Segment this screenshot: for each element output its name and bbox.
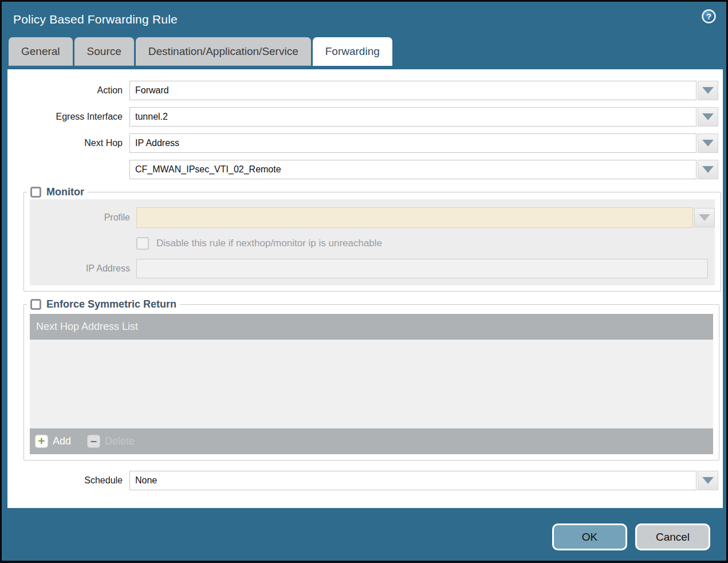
action-row: Action Forward [7, 81, 723, 100]
disable-rule-row: Disable this rule if nexthop/monitor ip … [136, 237, 715, 250]
tab-destination-application-service[interactable]: Destination/Application/Service [136, 37, 311, 66]
disable-rule-label: Disable this rule if nexthop/monitor ip … [156, 238, 382, 249]
delete-button: – Delete [87, 435, 135, 448]
action-dropdown-button[interactable] [698, 81, 718, 100]
delete-button-label: Delete [105, 435, 135, 447]
add-button-label: Add [53, 435, 71, 447]
tab-bar: General Source Destination/Application/S… [2, 37, 726, 66]
enforce-symmetric-return-legend: Enforce Symmetric Return [27, 298, 180, 310]
monitor-legend: Monitor [27, 186, 88, 198]
cancel-button[interactable]: Cancel [635, 523, 710, 550]
enforce-symmetric-return-label: Enforce Symmetric Return [46, 298, 176, 310]
monitor-ip-address-label: IP Address [30, 263, 130, 274]
next-hop-row: Next Hop IP Address [7, 133, 723, 153]
next-hop-address-input[interactable]: CF_MWAN_IPsec_VTI_02_Remote [129, 160, 696, 179]
next-hop-address-list-header: Next Hop Address List [30, 314, 713, 340]
egress-interface-label: Egress Interface [7, 112, 123, 122]
action-label: Action [7, 85, 123, 96]
next-hop-address-row: CF_MWAN_IPsec_VTI_02_Remote [7, 160, 723, 179]
next-hop-type-input[interactable]: IP Address [129, 133, 696, 153]
next-hop-address-list-table: Next Hop Address List + Add – Delete [30, 314, 713, 454]
action-input[interactable]: Forward [129, 81, 696, 100]
tab-source[interactable]: Source [74, 37, 134, 66]
chevron-down-icon [699, 214, 710, 221]
forwarding-tab-panel: Action Forward Egress Interface tunnel.2… [7, 69, 723, 508]
help-icon[interactable]: ? [702, 9, 716, 23]
next-hop-address-dropdown-button[interactable] [698, 160, 718, 179]
egress-interface-input[interactable]: tunnel.2 [129, 107, 696, 127]
chevron-down-icon [702, 140, 714, 147]
plus-icon: + [35, 435, 48, 448]
screen: Policy Based Forwarding Rule ? General S… [0, 0, 728, 563]
dialog-titlebar: Policy Based Forwarding Rule ? [2, 2, 726, 37]
dialog-footer: OK Cancel [552, 523, 710, 550]
add-button[interactable]: + Add [35, 435, 71, 448]
minus-icon: – [87, 435, 100, 448]
monitor-ip-address-input [136, 259, 708, 278]
dialog-title: Policy Based Forwarding Rule [13, 13, 178, 26]
monitor-checkbox[interactable] [30, 187, 41, 198]
profile-dropdown-button [694, 208, 715, 227]
profile-label: Profile [30, 212, 130, 223]
monitor-ip-address-row: IP Address [30, 259, 715, 278]
monitor-label: Monitor [46, 186, 84, 198]
chevron-down-icon [702, 477, 714, 484]
tab-forwarding[interactable]: Forwarding [313, 37, 392, 66]
schedule-label: Schedule [7, 475, 123, 486]
next-hop-address-list-toolbar: + Add – Delete [30, 428, 713, 454]
monitor-panel: Profile Disable this rule if nexthop/mon… [30, 199, 715, 285]
policy-based-forwarding-dialog: Policy Based Forwarding Rule ? General S… [2, 2, 726, 561]
chevron-down-icon [702, 166, 714, 173]
chevron-down-icon [702, 87, 714, 94]
next-hop-type-dropdown-button[interactable] [698, 133, 718, 153]
enforce-symmetric-return-section: Enforce Symmetric Return Next Hop Addres… [23, 298, 719, 460]
schedule-row: Schedule None [7, 471, 723, 490]
chevron-down-icon [702, 113, 714, 120]
profile-row: Profile [30, 207, 715, 228]
egress-interface-dropdown-button[interactable] [698, 107, 718, 127]
enforce-symmetric-return-checkbox[interactable] [30, 299, 41, 310]
next-hop-address-list-body [30, 340, 713, 428]
disable-rule-checkbox [136, 237, 149, 250]
ok-button[interactable]: OK [552, 523, 627, 550]
schedule-input[interactable]: None [129, 471, 696, 490]
next-hop-label: Next Hop [7, 138, 123, 148]
tab-general[interactable]: General [9, 37, 73, 66]
schedule-dropdown-button[interactable] [698, 471, 718, 490]
monitor-section: Monitor Profile Disable this rule if nex… [23, 186, 721, 292]
egress-interface-row: Egress Interface tunnel.2 [7, 107, 723, 127]
profile-input [136, 207, 693, 228]
